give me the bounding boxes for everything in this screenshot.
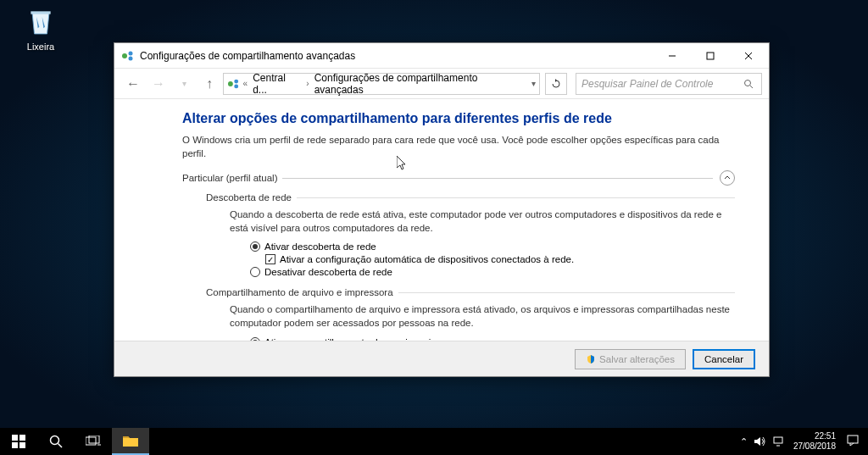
file-sharing-desc: Quando o compartilhamento de arquivo e i…	[230, 302, 735, 330]
network-discovery-desc: Quando a descoberta de rede está ativa, …	[230, 208, 735, 235]
svg-point-8	[234, 79, 238, 83]
task-view-button[interactable]	[75, 428, 112, 455]
recycle-bin-icon	[24, 4, 58, 38]
svg-rect-23	[848, 436, 858, 443]
search-button[interactable]	[37, 428, 75, 455]
svg-rect-18	[86, 437, 96, 445]
search-box[interactable]	[576, 73, 762, 95]
svg-point-16	[51, 436, 59, 445]
svg-point-7	[228, 81, 233, 86]
titlebar: Configurações de compartilhamento avança…	[114, 43, 769, 69]
up-button[interactable]: ↑	[198, 72, 221, 96]
recycle-bin[interactable]: Lixeira	[15, 4, 66, 52]
content-area: Alterar opções de compartilhamento para …	[114, 99, 769, 341]
cancel-button[interactable]: Cancelar	[693, 349, 755, 369]
minimize-button[interactable]	[653, 44, 691, 68]
start-button[interactable]	[0, 428, 37, 455]
svg-point-10	[744, 80, 750, 86]
save-button[interactable]: Salvar alterações	[575, 349, 686, 369]
footer: Salvar alterações Cancelar	[114, 341, 769, 376]
back-button[interactable]: ←	[121, 72, 145, 96]
page-title: Alterar opções de compartilhamento para …	[182, 111, 735, 126]
navbar: ← → ▾ ↑ « Central d... › Configurações d…	[114, 69, 769, 99]
network-discovery-title: Descoberta de rede	[206, 192, 292, 203]
svg-point-2	[129, 56, 133, 60]
network-discovery-section: Descoberta de rede Quando a descoberta d…	[206, 192, 735, 277]
shield-icon	[586, 354, 596, 364]
svg-rect-14	[12, 442, 18, 448]
svg-point-9	[234, 84, 238, 88]
file-explorer-taskbar[interactable]	[112, 428, 149, 455]
network-icon	[121, 49, 135, 63]
forward-button[interactable]: →	[147, 72, 170, 96]
file-sharing-section: Compartilhamento de arquivo e impressora…	[206, 287, 735, 341]
collapse-icon[interactable]	[720, 170, 735, 186]
breadcrumb-item-1[interactable]: Central d...	[250, 70, 303, 97]
taskbar: ⌃ 22:51 27/08/2018	[0, 428, 868, 455]
breadcrumb[interactable]: « Central d... › Configurações de compar…	[223, 73, 540, 95]
svg-rect-12	[12, 435, 18, 441]
checkbox-auto-config[interactable]: ✓ Ativar a configuração automática de di…	[265, 254, 735, 264]
clock[interactable]: 22:51 27/08/2018	[793, 431, 836, 452]
search-input[interactable]	[581, 78, 741, 90]
svg-point-1	[129, 51, 133, 55]
profile-section-header[interactable]: Particular (perfil atual)	[182, 170, 735, 186]
svg-rect-13	[19, 435, 25, 441]
volume-icon[interactable]	[754, 436, 766, 447]
tray-chevron-icon[interactable]: ⌃	[740, 436, 748, 447]
svg-point-0	[122, 53, 127, 58]
svg-line-11	[750, 86, 753, 88]
page-description: O Windows cria um perfil de rede separad…	[182, 133, 735, 160]
svg-line-17	[58, 444, 63, 448]
recent-dropdown[interactable]: ▾	[172, 72, 196, 96]
breadcrumb-item-2[interactable]: Configurações de compartilhamento avança…	[312, 70, 526, 97]
window-title: Configurações de compartilhamento avança…	[140, 50, 653, 62]
notifications-button[interactable]	[844, 435, 861, 448]
refresh-button[interactable]	[545, 73, 567, 95]
checkbox-icon: ✓	[265, 254, 275, 264]
file-sharing-title: Compartilhamento de arquivo e impressora	[206, 287, 393, 297]
search-icon[interactable]	[741, 79, 756, 89]
radio-icon	[250, 241, 260, 252]
recycle-bin-label: Lixeira	[15, 42, 66, 52]
radio-icon	[250, 267, 260, 277]
maximize-button[interactable]	[691, 44, 729, 68]
svg-rect-15	[19, 442, 25, 448]
network-tray-icon[interactable]	[773, 436, 785, 447]
network-icon	[227, 77, 241, 91]
control-panel-window: Configurações de compartilhamento avança…	[114, 42, 770, 377]
svg-rect-21	[774, 437, 782, 443]
svg-rect-4	[707, 53, 714, 59]
system-tray[interactable]: ⌃	[740, 436, 785, 447]
close-button[interactable]	[729, 44, 767, 68]
radio-enable-discovery[interactable]: Ativar descoberta de rede	[250, 241, 735, 252]
radio-disable-discovery[interactable]: Desativar descoberta de rede	[250, 267, 735, 277]
svg-rect-19	[89, 436, 99, 443]
breadcrumb-dropdown[interactable]: ▾	[531, 79, 536, 88]
